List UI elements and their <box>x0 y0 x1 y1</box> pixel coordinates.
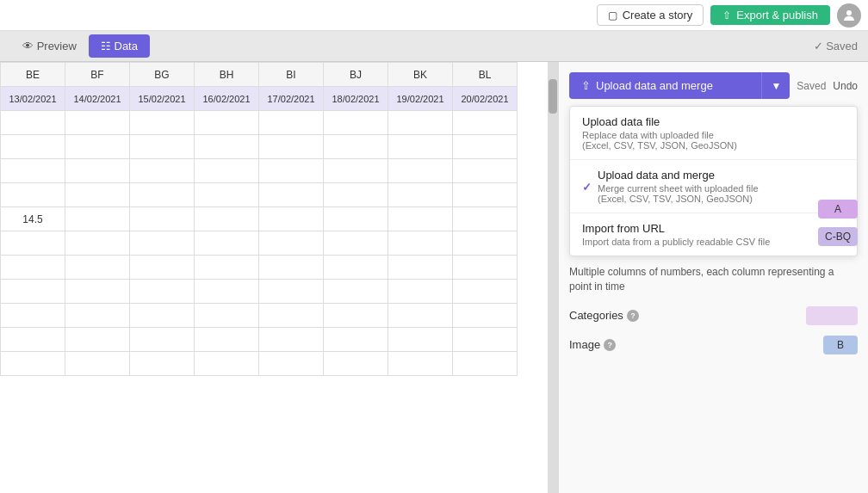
col-header-bg[interactable]: BG <box>130 63 195 87</box>
dropdown-item-upload-file-desc: Replace data with uploaded file (Excel, … <box>582 130 845 151</box>
table-icon: ☷ <box>101 40 115 52</box>
table-row <box>1 280 518 304</box>
categories-field-row: Categories ? <box>569 306 858 325</box>
dropdown-item-upload-merge[interactable]: ✓ Upload data and merge Merge current sh… <box>570 160 857 213</box>
table-row <box>1 256 518 280</box>
badge-cbq[interactable]: C-BQ <box>818 227 858 246</box>
story-icon: ▢ <box>608 9 617 22</box>
scroll-thumb[interactable] <box>549 79 557 114</box>
categories-badge[interactable] <box>806 306 858 325</box>
undo-button[interactable]: Undo <box>833 80 858 92</box>
categories-info-icon[interactable]: ? <box>627 310 639 322</box>
image-badge[interactable]: B <box>823 336 858 354</box>
checkmark-icon: ✓ <box>582 180 592 193</box>
toolbar-actions: Saved Undo <box>797 72 858 99</box>
categories-label: Categories ? <box>569 309 639 322</box>
dropdown-item-upload-file[interactable]: Upload data file Replace data with uploa… <box>570 107 857 160</box>
scroll-bar[interactable] <box>548 62 558 493</box>
header-row: BE BF BG BH BI BJ BK BL <box>1 63 518 87</box>
top-bar: ▢ Create a story ⇧ Export & publish <box>0 0 868 31</box>
saved-status: ✓ Saved <box>814 40 859 52</box>
col-header-bi[interactable]: BI <box>259 63 324 87</box>
right-badges: A C-BQ <box>818 200 858 246</box>
col-header-bf[interactable]: BF <box>65 63 130 87</box>
badge-a[interactable]: A <box>818 200 858 219</box>
dropdown-item-import-url-title: Import from URL <box>582 222 845 235</box>
col-header-bl[interactable]: BL <box>453 63 518 87</box>
col-header-be[interactable]: BE <box>1 63 65 87</box>
image-field-row: Image ? B <box>569 336 858 354</box>
dropdown-item-import-url[interactable]: Import from URL Import data from a publi… <box>570 213 857 256</box>
upload-toolbar: ⇧ Upload data and merge ▼ Saved Undo <box>569 72 858 99</box>
col-header-bh[interactable]: BH <box>195 63 259 87</box>
create-story-button[interactable]: ▢ Create a story <box>597 4 704 26</box>
main-content: BE BF BG BH BI BJ BK BL 13/02/2021 14/02… <box>0 62 868 493</box>
export-publish-label: Export & publish <box>736 9 818 22</box>
saved-indicator: Saved <box>797 80 826 92</box>
svg-point-0 <box>846 10 852 15</box>
avatar[interactable] <box>837 3 861 28</box>
date-row: 13/02/2021 14/02/2021 15/02/2021 16/02/2… <box>1 87 518 111</box>
upload-data-merge-button[interactable]: ⇧ Upload data and merge <box>569 72 761 99</box>
col-header-bk[interactable]: BK <box>388 63 453 87</box>
table-row <box>1 159 518 183</box>
spreadsheet[interactable]: BE BF BG BH BI BJ BK BL 13/02/2021 14/02… <box>0 62 558 493</box>
table-row <box>1 328 518 352</box>
dropdown-item-upload-merge-desc: Merge current sheet with uploaded file (… <box>598 183 845 204</box>
export-publish-button[interactable]: ⇧ Export & publish <box>710 5 830 25</box>
tab-bar: 👁 Preview ☷ Data ✓ Saved <box>0 31 868 62</box>
create-story-label: Create a story <box>623 9 693 22</box>
image-label: Image ? <box>569 338 616 351</box>
tab-data[interactable]: ☷ Data <box>89 34 150 58</box>
upload-dropdown-menu: Upload data file Replace data with uploa… <box>569 106 858 256</box>
description-text: Multiple columns of numbers, each column… <box>569 265 858 294</box>
table-row <box>1 231 518 256</box>
right-panel: ⇧ Upload data and merge ▼ Saved Undo Upl… <box>558 62 868 493</box>
upload-dropdown-toggle[interactable]: ▼ <box>761 72 790 99</box>
dropdown-item-upload-file-title: Upload data file <box>582 115 845 128</box>
dropdown-item-import-url-desc: Import data from a publicly readable CSV… <box>582 237 845 247</box>
preview-icon: 👁 <box>22 40 37 52</box>
table-row <box>1 304 518 328</box>
upload-icon: ⇧ <box>722 9 731 22</box>
table-row <box>1 183 518 207</box>
dropdown-item-upload-merge-title: Upload data and merge <box>598 169 845 182</box>
image-info-icon[interactable]: ? <box>604 339 616 351</box>
table-row <box>1 135 518 159</box>
table-row-with-data: 14.5 <box>1 207 518 231</box>
upload-icon: ⇧ <box>581 79 591 92</box>
table-row <box>1 111 518 135</box>
col-header-bj[interactable]: BJ <box>324 63 388 87</box>
table-row <box>1 352 518 376</box>
tab-preview[interactable]: 👁 Preview <box>10 34 89 58</box>
